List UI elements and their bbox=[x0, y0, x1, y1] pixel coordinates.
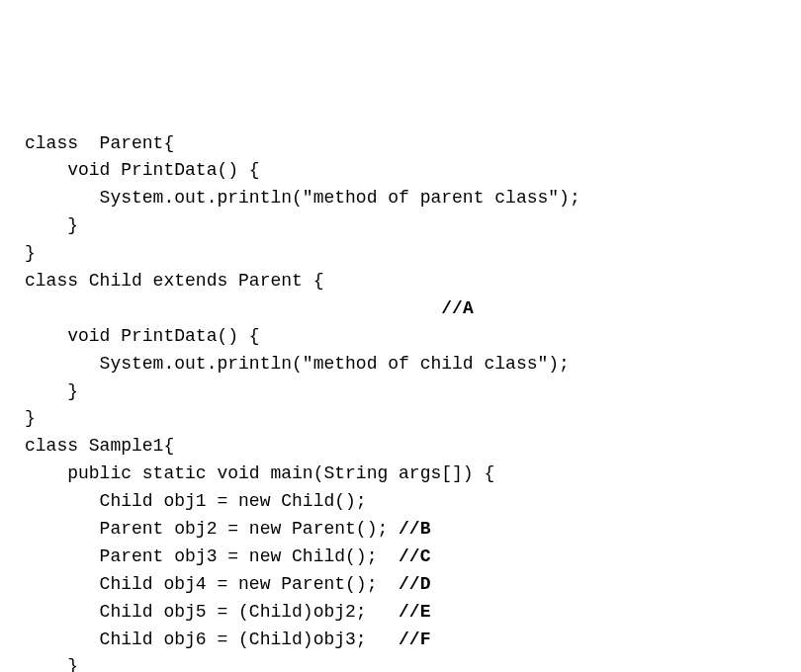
comment-marker-c: //C bbox=[399, 546, 430, 566]
code-text: Child obj4 = new Parent(); bbox=[25, 574, 399, 594]
comment-marker-d: //D bbox=[399, 574, 430, 594]
code-line: class Sample1{ bbox=[25, 433, 776, 461]
code-line: System.out.println("method of parent cla… bbox=[25, 185, 776, 212]
code-line: void PrintData() { bbox=[25, 323, 776, 351]
code-text: Child obj5 = (Child)obj2; bbox=[25, 602, 399, 622]
code-block: class Parent{ void PrintData() { System.… bbox=[25, 130, 776, 672]
code-line: public static void main(String args[]) { bbox=[25, 461, 776, 488]
code-text: Parent obj2 = new Parent(); bbox=[25, 519, 399, 539]
code-line: } bbox=[25, 378, 776, 406]
code-line: System.out.println("method of child clas… bbox=[25, 351, 776, 378]
code-line: Parent obj3 = new Child(); //C bbox=[25, 544, 776, 571]
comment-marker-b: //B bbox=[399, 519, 430, 539]
code-line: } bbox=[25, 212, 776, 240]
code-line: class Child extends Parent { bbox=[25, 268, 776, 295]
code-line: Child obj5 = (Child)obj2; //E bbox=[25, 599, 776, 627]
code-line: } bbox=[25, 405, 776, 433]
comment-marker-f: //F bbox=[399, 630, 430, 649]
code-line: Child obj6 = (Child)obj3; //F bbox=[25, 627, 776, 654]
code-line: Child obj1 = new Child(); bbox=[25, 488, 776, 516]
code-line: //A bbox=[25, 295, 776, 323]
comment-marker-e: //E bbox=[399, 602, 430, 622]
code-line: Parent obj2 = new Parent(); //B bbox=[25, 516, 776, 544]
code-line: class Parent{ bbox=[25, 130, 776, 158]
code-line: void PrintData() { bbox=[25, 157, 776, 185]
code-text: Child obj6 = (Child)obj3; bbox=[25, 630, 399, 649]
code-text: Parent obj3 = new Child(); bbox=[25, 546, 399, 566]
code-text bbox=[25, 298, 441, 318]
code-line: } bbox=[25, 240, 776, 268]
comment-marker-a: //A bbox=[441, 298, 473, 318]
code-line: Child obj4 = new Parent(); //D bbox=[25, 571, 776, 599]
code-line: } bbox=[25, 653, 776, 672]
